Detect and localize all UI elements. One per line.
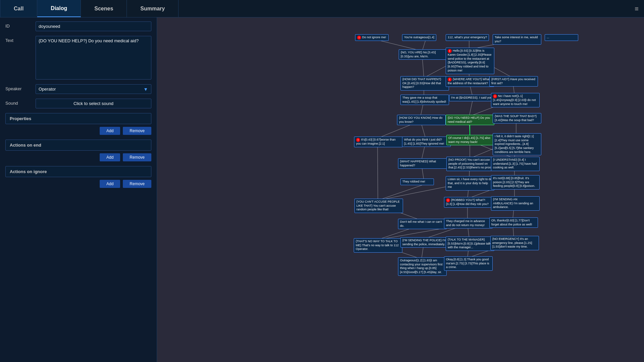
graph-node-n5[interactable]: ... xyxy=(545,34,578,41)
speaker-label: Speaker xyxy=(5,84,36,91)
id-label: ID xyxy=(5,21,36,29)
graph-node-n38[interactable]: Okay.[0.8] [1.3] Thank you good ma'am.[2… xyxy=(444,256,493,271)
graph-node-n11[interactable]: They gave me a soup that was[1.4S] [1.8]… xyxy=(400,95,449,105)
graph-node-n13[interactable]: No I have not![1.1] [1.4S]Anyway[0.9] [2… xyxy=(491,93,540,107)
svg-line-13 xyxy=(378,143,378,200)
graph-node-n28[interactable]: {ROBBED YOU?} What?![3.3] [1.4]How did t… xyxy=(444,197,493,208)
speaker-select-wrapper: Operator Caller System ▼ xyxy=(36,84,151,94)
speaker-select[interactable]: Operator Caller System xyxy=(36,84,151,94)
graph-node-n24[interactable]: They robbed me! xyxy=(400,178,434,185)
graph-node-n37[interactable]: Outrageous![1.2] [1.6S]I am contacting y… xyxy=(398,257,447,276)
graph-node-n7[interactable]: Hello.[0.5S] [0.32]this is Karen Gessler… xyxy=(446,48,494,74)
graph-node-n16[interactable]: {WAS THE SOUP THAT BAD?} [3.42]Was the s… xyxy=(493,113,541,123)
text-field-row: Text xyxy=(5,36,151,80)
speaker-field-row: Speaker Operator Caller System ▼ xyxy=(5,84,151,94)
left-panel: ID Text Speaker Operator Caller System ▼… xyxy=(0,17,157,362)
graph-node-n15[interactable]: {DO YOU NEED HELP} Do you need medical a… xyxy=(446,115,494,125)
sound-label: Sound xyxy=(5,99,36,106)
graph-node-n22[interactable]: {NO PROOF} You can't accuse people of po… xyxy=(446,157,495,171)
graph-node-n8[interactable]: {HOW DID THAT HAPPEN?} OK.[0.4S] [0.5S]H… xyxy=(400,76,449,91)
actions-on-ignore-section-header: Actions on ignore xyxy=(5,166,151,177)
graph-node-n30[interactable]: Don't tell me what I can or can't do. xyxy=(398,219,447,229)
id-input[interactable] xyxy=(36,21,151,31)
actions-on-ignore-add-button[interactable]: Add xyxy=(100,180,120,188)
actions-on-ignore-remove-button[interactable]: Remove xyxy=(123,180,151,188)
graph-node-n25[interactable]: Listen sir, I have every right to do tha… xyxy=(446,176,494,191)
graph-connections xyxy=(157,17,644,362)
properties-remove-button[interactable]: Remove xyxy=(123,127,151,135)
graph-node-n32[interactable]: Oh, thanks![0.83] [1.77]Don't forget abo… xyxy=(489,217,538,228)
graph-node-n34[interactable]: {I'M SENDING THE POLICE} I'm sending the… xyxy=(400,237,449,248)
graph-node-n9[interactable]: {WHERE ARE YOU?} What's the address of t… xyxy=(446,76,494,87)
actions-on-ignore-actions: Add Remove xyxy=(5,180,151,188)
graph-node-n14[interactable]: {HOW DO YOU KNOW} How do you know? xyxy=(397,115,446,125)
main-layout: ID Text Speaker Operator Caller System ▼… xyxy=(0,17,644,362)
graph-node-n6[interactable]: {NO, YOU ARE} No.[3.4S] [0.3S]you are, M… xyxy=(399,49,447,60)
graph-node-n1[interactable]: Do not ignore me! xyxy=(355,34,389,41)
graph-node-n12[interactable]: I'm at {$ADDRESS}. I said you! xyxy=(449,95,495,101)
properties-add-button[interactable]: Add xyxy=(100,127,120,135)
graph-node-n4[interactable]: Take some interest in me, would you? xyxy=(493,34,541,45)
graph-node-n17[interactable]: It's[0.43] [0.67]worse than you can imag… xyxy=(354,137,403,147)
id-field-row: ID xyxy=(5,21,151,31)
graph-node-n21[interactable]: {WHAT HAPPENED} What happened? xyxy=(398,158,447,169)
text-label: Text xyxy=(5,36,36,43)
graph-node-n26[interactable]: It's not![0.88] [0.85]fruit. It's poison… xyxy=(491,175,540,190)
graph-node-n10[interactable]: {FIRST AID?} Have you received first aid… xyxy=(489,76,538,87)
text-textarea[interactable] xyxy=(36,36,151,80)
actions-on-end-add-button[interactable]: Add xyxy=(100,153,120,161)
properties-actions: Add Remove xyxy=(5,127,151,135)
actions-on-end-remove-button[interactable]: Remove xyxy=(123,153,151,161)
tab-summary[interactable]: Summary xyxy=(127,0,179,17)
sound-field-row: Sound Click to select sound xyxy=(5,99,151,108)
graph-node-n35[interactable]: {TALK TO THE MANAGER} [5.5S]Ma'm.[0.9] [… xyxy=(446,237,494,251)
graph-node-n27[interactable]: {YOU CAN'T ACCUSE PEOPLE LIKE THAT} You … xyxy=(354,199,403,213)
graph-node-n20[interactable]: I felt it, it didn't taste right[2.1] [2… xyxy=(493,133,541,155)
graph-node-n19[interactable]: Of course I do[1.4S] [1.7S] also want my… xyxy=(446,135,495,145)
properties-section-header: Properties xyxy=(5,113,151,124)
svg-line-22 xyxy=(378,185,424,200)
actions-on-end-actions: Add Remove xyxy=(5,153,151,161)
graph-node-n36[interactable]: {NO EMERGENCY} It's an emergency line, p… xyxy=(490,236,539,250)
top-navigation: Call Dialog Scenes Summary ≡ xyxy=(0,0,644,17)
graph-node-n3[interactable]: 112, what's your emergency? xyxy=(446,34,489,41)
graph-node-n33[interactable]: {THAT'S NO WAY TO TALK TO ME} That's no … xyxy=(354,238,402,253)
graph-node-n29[interactable]: {I'M SENDING AN AMBULANCE} I'm sending a… xyxy=(491,196,540,211)
tab-call[interactable]: Call xyxy=(0,0,37,17)
graph-node-n23[interactable]: {I UNDERSTAND} [0.4] I understand.[1.3] … xyxy=(491,157,540,171)
actions-on-end-section-header: Actions on end xyxy=(5,140,151,151)
tab-scenes[interactable]: Scenes xyxy=(81,0,127,17)
graph-node-n31[interactable]: They charged me in advance and do not re… xyxy=(444,218,493,228)
svg-line-7 xyxy=(469,101,473,116)
graph-panel: Do not ignore me!You're outrageous[1.4]1… xyxy=(157,17,644,362)
sound-select-button[interactable]: Click to select sound xyxy=(36,99,151,108)
graph-node-n18[interactable]: What do you think I just did?[1.4S] [1.8… xyxy=(402,137,451,147)
graph-node-n2[interactable]: You're outrageous[1.4] xyxy=(402,34,436,41)
tab-dialog[interactable]: Dialog xyxy=(37,0,81,17)
hamburger-menu-icon[interactable]: ≡ xyxy=(635,5,639,12)
